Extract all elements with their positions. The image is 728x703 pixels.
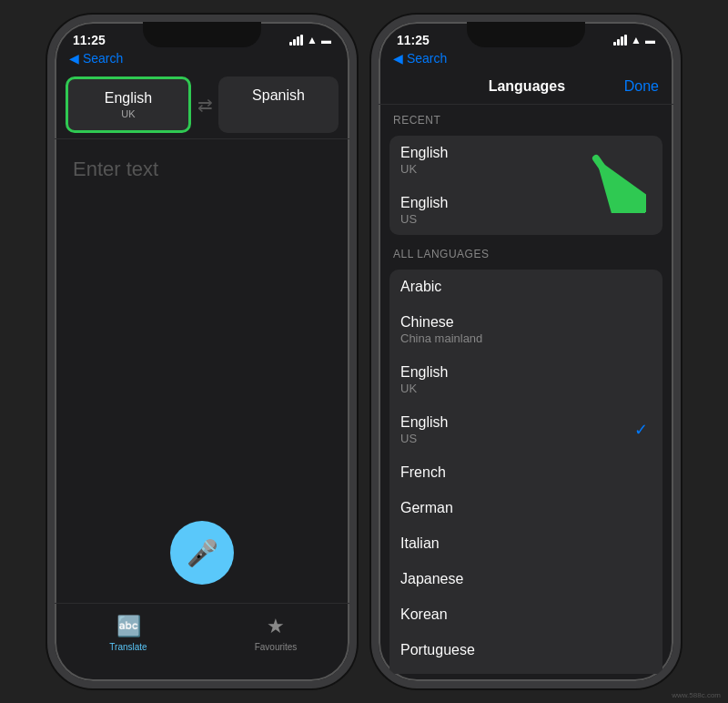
tab-spanish[interactable]: Spanish [218,76,339,133]
recent-english-uk-name: English [400,145,652,161]
background: 11:25 ▲ ▬ ◀ Search [0,0,728,703]
language-tabs: English UK ⇄ Spanish [55,71,349,139]
chinese-sub: China mainland [400,331,652,345]
watermark: www.588c.com [672,691,721,699]
portuguese-name: Portuguese [400,642,652,658]
time-right: 11:25 [397,33,430,47]
lang-item-english-uk[interactable]: English UK [389,355,662,405]
wifi-icon-right: ▲ [631,34,642,46]
german-name: German [400,500,652,516]
back-nav-left[interactable]: ◀ Search [55,51,349,71]
back-label-right: ◀ Search [393,51,447,66]
languages-title: Languages [430,78,624,95]
favourites-icon: ★ [267,615,285,638]
lang-item-arabic[interactable]: Arabic [389,270,662,305]
english-us-name: English [400,414,652,431]
status-icons-left: ▲ ▬ [289,34,331,46]
languages-header: Languages Done [379,71,673,105]
lang-item-italian[interactable]: Italian [389,526,662,562]
lang-item-russian[interactable]: Russian [389,668,662,674]
tab-english-uk-name: English [105,90,152,106]
recent-item-english-us[interactable]: English US [389,186,662,235]
lang-item-chinese[interactable]: Chinese China mainland [389,305,662,355]
bottom-tabs: 🔤 Translate ★ Favourites [55,603,349,674]
left-phone: 11:25 ▲ ▬ ◀ Search [47,15,357,688]
recent-english-uk-sub: UK [400,162,652,176]
mic-button[interactable]: 🎤 [170,521,234,585]
recent-item-english-uk[interactable]: English UK [389,136,662,186]
recent-label: RECENT [379,105,673,132]
signal-icon-right [613,35,627,46]
status-icons-right: ▲ ▬ [613,34,655,46]
notch [143,22,261,47]
lang-item-japanese[interactable]: Japanese [389,562,662,597]
english-uk-sub: UK [400,382,652,395]
lang-item-german[interactable]: German [389,491,662,526]
translate-label: Translate [109,642,147,652]
recent-group: English UK English US [389,136,662,235]
french-name: French [400,464,652,481]
all-languages-label: ALL LANGUAGES [379,239,673,266]
english-uk-name: English [400,364,652,381]
arabic-name: Arabic [400,279,652,295]
done-button[interactable]: Done [624,78,659,95]
right-screen: ◀ Search Languages Done RECENT English [379,51,673,674]
back-nav-right[interactable]: ◀ Search [379,51,673,71]
signal-icon [289,35,303,46]
checkmark-icon: ✓ [634,420,648,440]
battery-icon: ▬ [321,35,331,46]
chinese-name: Chinese [400,314,652,331]
tab-translate[interactable]: 🔤 Translate [55,611,202,656]
italian-name: Italian [400,535,652,552]
text-input-area[interactable]: Enter text [55,139,349,503]
lang-item-portuguese[interactable]: Portuguese [389,633,662,668]
korean-name: Korean [400,606,652,623]
lang-item-korean[interactable]: Korean [389,597,662,633]
battery-icon-right: ▬ [645,35,655,46]
recent-english-us-sub: US [400,212,652,226]
translate-icon: 🔤 [116,615,141,638]
lang-item-english-us[interactable]: English US ✓ [389,405,662,455]
tab-english-uk[interactable]: English UK [66,76,191,133]
tab-favourites[interactable]: ★ Favourites [202,611,349,656]
wifi-icon: ▲ [307,34,318,46]
recent-english-us-name: English [400,195,652,211]
all-languages-group: Arabic Chinese China mainland English UK… [389,270,662,674]
mic-area: 🎤 [55,503,349,603]
left-phone-body: 11:25 ▲ ▬ ◀ Search [47,15,357,688]
english-us-sub: US [400,432,652,445]
right-phone: 11:25 ▲ ▬ ◀ Search [371,15,681,688]
tab-spanish-name: Spanish [252,87,305,103]
language-list: RECENT English UK English US ALL LANGUAG… [379,105,673,674]
notch-right [467,22,585,47]
japanese-name: Japanese [400,571,652,587]
lang-item-french[interactable]: French [389,455,662,491]
mic-icon: 🎤 [187,538,218,568]
favourites-label: Favourites [255,642,298,652]
time-left: 11:25 [73,33,106,47]
placeholder-text: Enter text [73,158,158,180]
tab-english-uk-sub: UK [76,108,181,119]
tab-separator: ⇄ [191,76,218,133]
left-screen: ◀ Search English UK ⇄ Spanish Enter text [55,51,349,674]
right-phone-body: 11:25 ▲ ▬ ◀ Search [371,15,681,688]
back-label-left: ◀ Search [69,51,123,66]
